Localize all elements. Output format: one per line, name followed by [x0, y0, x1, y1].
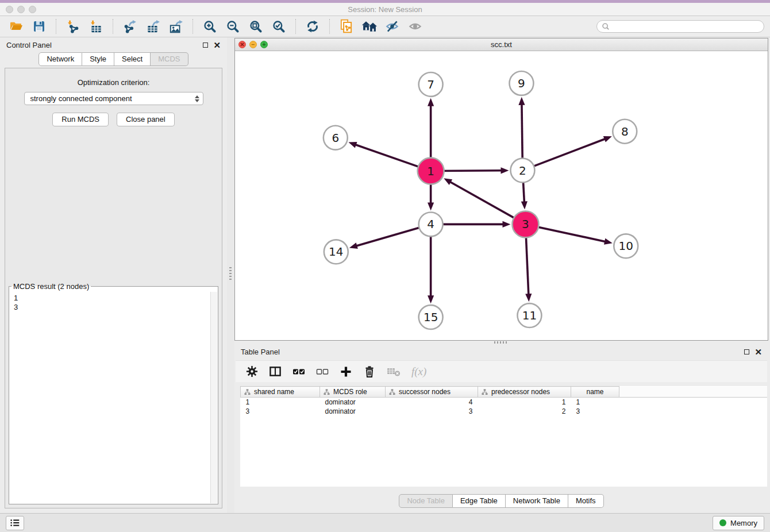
- mcds-panel: Optimization criterion: strongly connect…: [5, 68, 222, 508]
- graph-node-7[interactable]: 7: [419, 72, 443, 97]
- column-header-predecessor-nodes[interactable]: predecessor nodes: [478, 387, 571, 398]
- delete-table-button[interactable]: [387, 364, 401, 380]
- splitter-handle[interactable]: [494, 341, 507, 344]
- table-cell[interactable]: 1: [241, 398, 320, 407]
- zoom-in-icon: [202, 19, 217, 34]
- mcds-result-item[interactable]: 1: [14, 294, 213, 303]
- float-panel-icon[interactable]: [744, 349, 749, 354]
- column-header-shared-name[interactable]: shared name: [241, 387, 320, 398]
- import-table-button[interactable]: [86, 17, 106, 36]
- delete-column-button[interactable]: [363, 364, 376, 380]
- network-canvas[interactable]: 7968124314101511: [235, 51, 768, 340]
- tab-mcds[interactable]: MCDS: [151, 52, 188, 66]
- clone-network-button[interactable]: [336, 17, 357, 36]
- tab-select[interactable]: Select: [114, 52, 151, 66]
- table-cell[interactable]: 4: [386, 398, 478, 407]
- table-row[interactable]: 3dominator323: [241, 407, 768, 416]
- graph-edge-2-8[interactable]: [522, 139, 605, 171]
- window-zoom-button[interactable]: [29, 6, 36, 13]
- table-cell[interactable]: 1: [478, 398, 571, 407]
- result-scrollbar[interactable]: [210, 292, 217, 503]
- network-maximize-button[interactable]: +: [260, 41, 268, 48]
- panel-splitter[interactable]: [227, 37, 234, 513]
- tab-network-table[interactable]: Network Table: [506, 494, 568, 508]
- graph-node-1[interactable]: 1: [418, 158, 444, 184]
- table-cell[interactable]: 1: [571, 398, 619, 407]
- clone-network-icon: [339, 18, 354, 34]
- graph-node-4[interactable]: 4: [419, 212, 443, 236]
- import-network-button[interactable]: [63, 17, 83, 36]
- equation-builder-button[interactable]: f(x): [411, 364, 426, 380]
- graph-edge-arrow-1-6: [348, 142, 357, 148]
- window-close-button[interactable]: [6, 6, 13, 13]
- mcds-result-item[interactable]: 3: [14, 303, 213, 312]
- export-table-button[interactable]: [143, 17, 163, 36]
- column-header-name[interactable]: name: [571, 387, 619, 398]
- save-session-button[interactable]: [29, 17, 49, 36]
- graph-node-label: 9: [518, 76, 525, 90]
- zoom-in-button[interactable]: [199, 17, 220, 36]
- graph-node-8[interactable]: 8: [613, 119, 637, 144]
- graph-edge-arrow-4-15: [428, 295, 434, 303]
- apply-layout-button[interactable]: [302, 17, 323, 36]
- show-all-button[interactable]: [405, 17, 426, 36]
- table-cell[interactable]: dominator: [320, 407, 386, 416]
- close-panel-icon[interactable]: ✕: [213, 41, 221, 49]
- table-cell[interactable]: 3: [241, 407, 320, 416]
- table-row[interactable]: 1dominator411: [241, 398, 768, 407]
- mcds-result-list[interactable]: 1 3: [10, 292, 217, 503]
- search-box[interactable]: [596, 20, 764, 33]
- close-panel-icon[interactable]: ✕: [754, 348, 762, 356]
- task-history-button[interactable]: [6, 516, 24, 530]
- memory-button[interactable]: Memory: [713, 516, 764, 530]
- graph-node-6[interactable]: 6: [324, 126, 348, 150]
- export-image-button[interactable]: [165, 17, 186, 36]
- graph-node-2[interactable]: 2: [510, 159, 534, 183]
- show-graphics-details-button[interactable]: [359, 17, 380, 36]
- toolbar-separator: [56, 19, 56, 34]
- close-panel-button[interactable]: Close panel: [117, 113, 175, 126]
- graph-node-9[interactable]: 9: [509, 71, 533, 95]
- deselect-all-button[interactable]: [316, 364, 329, 380]
- application-window: Session: New Session: [0, 0, 770, 532]
- export-network-button[interactable]: [120, 17, 140, 36]
- table-cell[interactable]: 3: [386, 407, 478, 416]
- run-mcds-button[interactable]: Run MCDS: [52, 113, 109, 126]
- splitter-handle[interactable]: [229, 267, 232, 280]
- graph-node-14[interactable]: 14: [324, 240, 348, 264]
- eye-slash-icon: [385, 19, 400, 34]
- graph-node-3[interactable]: 3: [512, 211, 538, 237]
- graph-node-15[interactable]: 15: [419, 305, 443, 329]
- criterion-select[interactable]: strongly connected component: [24, 92, 203, 105]
- network-column-icon: [389, 389, 395, 395]
- tab-edge-table[interactable]: Edge Table: [453, 494, 506, 508]
- float-panel-icon[interactable]: [203, 43, 208, 48]
- column-header-successor-nodes[interactable]: successor nodes: [386, 387, 478, 398]
- graph-svg[interactable]: 7968124314101511: [235, 51, 768, 340]
- plus-icon: [340, 365, 352, 378]
- table-cell[interactable]: 3: [571, 407, 619, 416]
- horizontal-splitter[interactable]: [234, 341, 770, 344]
- tab-node-table[interactable]: Node Table: [399, 494, 453, 508]
- zoom-out-button[interactable]: [222, 17, 243, 36]
- network-close-button[interactable]: ✕: [238, 41, 246, 48]
- table-cell[interactable]: 2: [478, 407, 571, 416]
- graph-node-11[interactable]: 11: [517, 303, 541, 327]
- tab-motifs[interactable]: Motifs: [568, 494, 604, 508]
- split-panel-button[interactable]: [269, 364, 282, 380]
- search-input[interactable]: [613, 22, 759, 31]
- tab-style[interactable]: Style: [82, 52, 114, 66]
- open-session-button[interactable]: [6, 17, 26, 36]
- tab-network[interactable]: Network: [38, 52, 82, 66]
- select-all-button[interactable]: [292, 364, 305, 380]
- table-settings-button[interactable]: [246, 364, 258, 380]
- column-header-mcds-role[interactable]: MCDS role: [320, 387, 386, 398]
- graph-node-10[interactable]: 10: [614, 234, 638, 258]
- network-minimize-button[interactable]: −: [249, 41, 257, 48]
- window-minimize-button[interactable]: [17, 6, 25, 13]
- add-column-button[interactable]: [340, 364, 352, 380]
- zoom-selected-button[interactable]: [268, 17, 289, 36]
- table-cell[interactable]: dominator: [320, 398, 386, 407]
- hide-selected-button[interactable]: [382, 17, 403, 36]
- zoom-fit-button[interactable]: [245, 17, 266, 36]
